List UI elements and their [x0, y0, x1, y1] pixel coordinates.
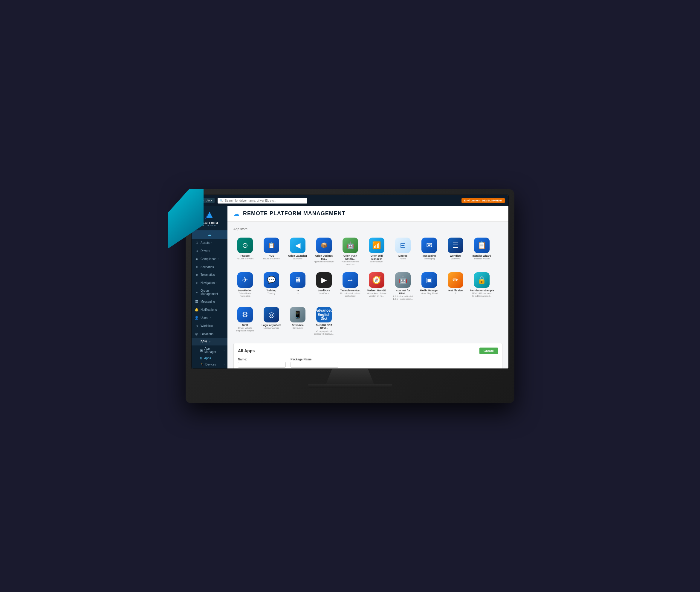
app-store-grid: ⊙ PSCore PSCore Services 📋 HOS Hours of …: [234, 236, 502, 337]
app-sub: v1 deploys in all configs v2 deploys...: [313, 330, 335, 335]
app-sub: Drive Axle: [293, 327, 303, 329]
app-name: Orion Launcher: [288, 254, 307, 257]
app-card-loaddocs[interactable]: ▶ LoadDocs LoadDocs: [312, 270, 336, 302]
search-input[interactable]: [217, 198, 307, 203]
app-card-orion-push[interactable]: 🤖 Orion Push Notific... Push notificatio…: [339, 236, 362, 267]
app-sub: tv: [297, 292, 299, 295]
app-name: LocoMotion: [238, 289, 252, 292]
sidebar-sub-item-app-manager[interactable]: ▣ App Manager ›: [192, 345, 228, 355]
name-filter-label: Name:: [238, 358, 286, 361]
name-filter-input[interactable]: [238, 362, 286, 367]
all-apps-title: All Apps: [238, 348, 255, 353]
app-card-media-manager[interactable]: ▣ Media Manager View, Play, Read: [417, 270, 441, 302]
app-card-driveaxle[interactable]: 📱 DriveAxle Drive Axle: [286, 305, 309, 337]
sidebar-item-drivers[interactable]: ⊙ Drivers: [192, 247, 228, 255]
app-name: Orion Wifi Manager: [366, 254, 387, 260]
app-sub: Do not install unless authorized: [340, 292, 361, 297]
group-mgmt-icon: ≡: [195, 291, 199, 294]
all-apps-header: All Apps Create: [238, 348, 498, 354]
sidebar-item-workflow[interactable]: ◇ Workflow: [192, 322, 228, 330]
sidebar-item-messaging[interactable]: ☰ Messaging: [192, 298, 228, 306]
app-icon: ⚙: [237, 307, 253, 323]
monitor-bezel: ← ← Back 🔍 Environment: DEVELOPMENT: [186, 189, 514, 403]
app-card-tv[interactable]: 🖥 tv tv: [286, 270, 309, 302]
create-button[interactable]: Create: [480, 348, 498, 354]
app-store-label: App store: [234, 226, 502, 232]
app-icon: AdvancedEnglishDict: [316, 307, 332, 323]
app-card-locomotion[interactable]: ✈ LocoMotion Driver Route Navigation: [234, 270, 257, 302]
sidebar-item-telematics[interactable]: ◈ Telematics: [192, 271, 228, 279]
app-name: DriveAxle: [292, 324, 303, 327]
app-sub: LoadDocs: [319, 292, 329, 295]
app-name: Workflow: [450, 254, 461, 257]
page-title: REMOTE PLATFORM MANAGEMENT: [243, 210, 346, 217]
app-card-teamviewer[interactable]: ↔ TeamViewerHost Do not install unless a…: [339, 270, 362, 302]
sidebar-item-navigation[interactable]: ◁ Navigation ›: [192, 279, 228, 287]
app-card-permissions-sample[interactable]: 🔒 PermissionsSample RPM-1440 just need t…: [470, 270, 494, 302]
app-card-icon-test[interactable]: 🤖 Icon test for RPM... 1.0.0 + forced-in…: [391, 270, 414, 302]
app-name: Verizon Nav GE: [367, 289, 386, 292]
chevron-right-icon: ›: [210, 316, 211, 319]
app-card-dict[interactable]: AdvancedEnglishDict Dict (DO NOT REM... …: [312, 305, 336, 337]
app-card-logix-anywhere[interactable]: ◎ Logix Anywhere Logix Anywhere: [260, 305, 283, 337]
app-store-section: App store ⊙ PSCore PSCore Services: [234, 226, 502, 337]
chevron-right-icon: ›: [223, 349, 224, 352]
header-icon: ☁: [234, 210, 239, 217]
users-icon: 👤: [195, 316, 199, 320]
sidebar-item-group-management[interactable]: ≡ Group Management: [192, 287, 228, 298]
sidebar-item-label: Group Management: [201, 289, 224, 296]
app-icon: ▣: [421, 272, 437, 288]
sidebar-item-users[interactable]: 👤 Users ›: [192, 314, 228, 322]
sidebar-item-assets[interactable]: ⊞ Assets ›: [192, 239, 228, 247]
rpm-indicator: ☁: [192, 231, 228, 239]
app-sub: Hours of Service: [263, 257, 280, 260]
sidebar-item-notifications[interactable]: 🔔 Notifications: [192, 306, 228, 314]
app-card-installer-wizard[interactable]: 📋 Installer Wizard Installer Wizard: [470, 236, 494, 267]
sidebar-item-locations[interactable]: ◎ Locations: [192, 330, 228, 338]
app-icon: 📦: [316, 238, 332, 253]
sidebar-sub-item-apps[interactable]: ⊞ Apps: [192, 355, 228, 361]
app-card-macros[interactable]: ⊟ Macros Forms: [391, 236, 414, 267]
app-name: test file size: [448, 289, 463, 292]
sidebar-item-label: Navigation: [201, 281, 215, 285]
app-sub: Installer Wizard: [474, 257, 490, 260]
sidebar-item-scenarios[interactable]: ≡ Scenarios: [192, 263, 228, 271]
sidebar-sub-item-devices[interactable]: 📱 Devices ›: [192, 361, 228, 367]
app-card-messaging[interactable]: ✉ Messaging Messaging: [417, 236, 441, 267]
app-name: Icon test for RPM...: [392, 289, 413, 295]
app-card-verizon-nav[interactable]: 🧭 Verizon Nav GE jake upload of store ve…: [365, 270, 388, 302]
sidebar-item-rpm[interactable]: RPM ∨: [192, 338, 228, 345]
app-card-pscore[interactable]: ⊙ PSCore PSCore Services: [234, 236, 257, 267]
app-name: TeamViewerHost: [340, 289, 360, 292]
app-name: DVIR: [242, 324, 248, 327]
sidebar: PLATFORM SCIENCE ☁ ⊞ Assets › ⊙: [192, 206, 228, 368]
app-card-training[interactable]: 💬 Training Training: [260, 270, 283, 302]
sidebar-item-label: Locations: [201, 332, 213, 336]
app-manager-icon: ▣: [200, 349, 203, 352]
assets-icon: ⊞: [195, 241, 199, 245]
app-card-dvir[interactable]: ⚙ DVIR Driver Vehicle Inspection Report: [234, 305, 257, 337]
app-card-workflow[interactable]: ☰ Workflow Workflow: [444, 236, 467, 267]
content-body: App store ⊙ PSCore PSCore Services: [228, 222, 508, 368]
package-name-filter-input[interactable]: [291, 362, 338, 367]
app-card-orion-updates[interactable]: 📦 Orion Updates Ma... Application Manage…: [312, 236, 336, 267]
sidebar-item-label: RPM: [201, 340, 207, 343]
app-sub: Messaging: [424, 257, 435, 260]
sidebar-item-label: Workflow: [201, 324, 213, 328]
app-sub: RPM-1440 just need to publish a small...: [471, 292, 492, 297]
sidebar-item-label: Scenarios: [201, 265, 214, 269]
app-card-orion-wifi[interactable]: 📶 Orion Wifi Manager Wifi manager: [365, 236, 388, 267]
table-filters: Name: Package Name:: [238, 358, 498, 367]
drivers-icon: ⊙: [195, 249, 199, 253]
app-icon: ◎: [264, 307, 279, 323]
app-icon: ✏: [448, 272, 463, 288]
app-card-orion-launcher[interactable]: ◀ Orion Launcher Launcher: [286, 236, 309, 267]
app-card-test-file[interactable]: ✏ test file size 1: [444, 270, 467, 302]
app-icon: ☰: [448, 238, 463, 253]
package-filter-label: Package Name:: [291, 358, 338, 361]
sidebar-item-compliance[interactable]: ◈ Compliance ›: [192, 255, 228, 263]
topbar: ← ← Back 🔍 Environment: DEVELOPMENT: [192, 195, 508, 206]
app-card-hos[interactable]: 📋 HOS Hours of Service: [260, 236, 283, 267]
app-name: Training: [266, 289, 276, 292]
chevron-right-icon: ›: [216, 282, 217, 284]
